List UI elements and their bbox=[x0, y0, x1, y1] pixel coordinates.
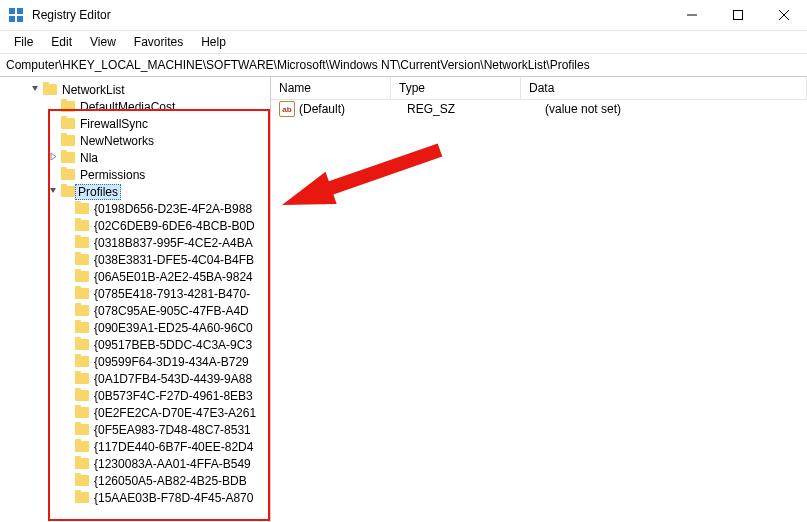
folder-icon bbox=[75, 356, 89, 367]
tree-item[interactable]: {15AAE03B-F78D-4F45-A870 bbox=[62, 489, 270, 506]
folder-icon bbox=[75, 492, 89, 503]
tree-item[interactable]: {09599F64-3D19-434A-B729 bbox=[62, 353, 270, 370]
col-header-type[interactable]: Type bbox=[391, 77, 521, 99]
maximize-button[interactable] bbox=[715, 0, 761, 30]
address-bar[interactable]: Computer\HKEY_LOCAL_MACHINE\SOFTWARE\Mic… bbox=[0, 54, 807, 77]
tree-item-label: NewNetworks bbox=[78, 134, 156, 148]
tree-pane[interactable]: NetworkListDefaultMediaCostFirewallSyncN… bbox=[0, 77, 271, 522]
tree-item-label: {0A1D7FB4-543D-4439-9A88 bbox=[92, 372, 254, 386]
tree-item[interactable]: {090E39A1-ED25-4A60-96C0 bbox=[62, 319, 270, 336]
tree-item[interactable]: {02C6DEB9-6DE6-4BCB-B0D bbox=[62, 217, 270, 234]
svg-rect-1 bbox=[17, 8, 23, 14]
folder-icon bbox=[75, 407, 89, 418]
folder-icon bbox=[75, 288, 89, 299]
folder-icon bbox=[61, 135, 75, 146]
app-icon bbox=[8, 7, 24, 23]
folder-icon bbox=[75, 220, 89, 231]
tree-item-label: {038E3831-DFE5-4C04-B4FB bbox=[92, 253, 256, 267]
tree-item[interactable]: {0785E418-7913-4281-B470- bbox=[62, 285, 270, 302]
tree-item-label: {0B573F4C-F27D-4961-8EB3 bbox=[92, 389, 255, 403]
tree-item-label: {0E2FE2CA-D70E-47E3-A261 bbox=[92, 406, 258, 420]
minimize-button[interactable] bbox=[669, 0, 715, 30]
list-pane[interactable]: Name Type Data ab(Default)REG_SZ(value n… bbox=[271, 77, 807, 522]
folder-icon bbox=[75, 458, 89, 469]
folder-icon bbox=[43, 84, 57, 95]
tree-item[interactable]: {117DE440-6B7F-40EE-82D4 bbox=[62, 438, 270, 455]
tree-item[interactable]: {09517BEB-5DDC-4C3A-9C3 bbox=[62, 336, 270, 353]
tree-item-label: {06A5E01B-A2E2-45BA-9824 bbox=[92, 270, 255, 284]
tree-item[interactable]: DefaultMediaCost bbox=[48, 98, 270, 115]
menu-edit[interactable]: Edit bbox=[43, 33, 80, 51]
address-path: Computer\HKEY_LOCAL_MACHINE\SOFTWARE\Mic… bbox=[6, 58, 590, 72]
folder-icon bbox=[75, 390, 89, 401]
menu-favorites[interactable]: Favorites bbox=[126, 33, 191, 51]
col-header-name[interactable]: Name bbox=[271, 77, 391, 99]
list-row[interactable]: ab(Default)REG_SZ(value not set) bbox=[271, 100, 807, 118]
menu-file[interactable]: File bbox=[6, 33, 41, 51]
tree-item[interactable]: NewNetworks bbox=[48, 132, 270, 149]
tree-item-label: {078C95AE-905C-47FB-A4D bbox=[92, 304, 251, 318]
window-title: Registry Editor bbox=[32, 8, 111, 22]
chevron-down-icon[interactable] bbox=[48, 186, 58, 197]
tree-item-label: {1230083A-AA01-4FFA-B549 bbox=[92, 457, 253, 471]
tree-item-label: Permissions bbox=[78, 168, 147, 182]
chevron-right-icon[interactable] bbox=[48, 152, 58, 163]
svg-rect-0 bbox=[9, 8, 15, 14]
folder-icon bbox=[75, 237, 89, 248]
tree-item[interactable]: Nla bbox=[48, 149, 270, 166]
tree-item-label: Profiles bbox=[75, 184, 121, 200]
folder-icon bbox=[75, 339, 89, 350]
col-header-data[interactable]: Data bbox=[521, 77, 807, 99]
folder-icon bbox=[61, 118, 75, 129]
menu-view[interactable]: View bbox=[82, 33, 124, 51]
tree-item-label: {0F5EA983-7D48-48C7-8531 bbox=[92, 423, 253, 437]
main-area: NetworkListDefaultMediaCostFirewallSyncN… bbox=[0, 77, 807, 522]
menu-help[interactable]: Help bbox=[193, 33, 234, 51]
tree-item[interactable]: {1230083A-AA01-4FFA-B549 bbox=[62, 455, 270, 472]
tree-item-label: {0785E418-7913-4281-B470- bbox=[92, 287, 252, 301]
tree-item[interactable]: {126050A5-AB82-4B25-BDB bbox=[62, 472, 270, 489]
tree-item-label: DefaultMediaCost bbox=[78, 100, 177, 114]
tree-item-label: FirewallSync bbox=[78, 117, 150, 131]
tree-item-label: {0198D656-D23E-4F2A-B988 bbox=[92, 202, 254, 216]
tree-item[interactable]: FirewallSync bbox=[48, 115, 270, 132]
tree-item-label: {15AAE03B-F78D-4F45-A870 bbox=[92, 491, 255, 505]
tree-item-label: NetworkList bbox=[60, 83, 127, 97]
value-name: (Default) bbox=[299, 102, 345, 116]
folder-icon bbox=[61, 101, 75, 112]
folder-icon bbox=[61, 169, 75, 180]
folder-icon bbox=[61, 152, 75, 163]
tree-item[interactable]: Permissions bbox=[48, 166, 270, 183]
list-header: Name Type Data bbox=[271, 77, 807, 100]
titlebar: Registry Editor bbox=[0, 0, 807, 31]
value-type: REG_SZ bbox=[399, 102, 537, 116]
folder-icon bbox=[75, 441, 89, 452]
tree-item[interactable]: {0E2FE2CA-D70E-47E3-A261 bbox=[62, 404, 270, 421]
tree-item-label: {02C6DEB9-6DE6-4BCB-B0D bbox=[92, 219, 257, 233]
string-value-icon: ab bbox=[279, 101, 295, 117]
menubar: File Edit View Favorites Help bbox=[0, 31, 807, 54]
tree-item[interactable]: {0B573F4C-F27D-4961-8EB3 bbox=[62, 387, 270, 404]
folder-icon bbox=[61, 186, 75, 197]
tree-item-label: {117DE440-6B7F-40EE-82D4 bbox=[92, 440, 255, 454]
svg-rect-5 bbox=[734, 11, 743, 20]
tree-item[interactable]: {0F5EA983-7D48-48C7-8531 bbox=[62, 421, 270, 438]
tree-item-label: {09517BEB-5DDC-4C3A-9C3 bbox=[92, 338, 254, 352]
folder-icon bbox=[75, 373, 89, 384]
svg-rect-2 bbox=[9, 16, 15, 22]
tree-item[interactable]: NetworkList bbox=[30, 81, 270, 98]
folder-icon bbox=[75, 305, 89, 316]
folder-icon bbox=[75, 203, 89, 214]
tree-item[interactable]: {0318B837-995F-4CE2-A4BA bbox=[62, 234, 270, 251]
tree-item[interactable]: {0198D656-D23E-4F2A-B988 bbox=[62, 200, 270, 217]
folder-icon bbox=[75, 322, 89, 333]
tree-item[interactable]: Profiles bbox=[48, 183, 270, 200]
tree-item[interactable]: {06A5E01B-A2E2-45BA-9824 bbox=[62, 268, 270, 285]
tree-item[interactable]: {0A1D7FB4-543D-4439-9A88 bbox=[62, 370, 270, 387]
tree-item[interactable]: {078C95AE-905C-47FB-A4D bbox=[62, 302, 270, 319]
tree-item[interactable]: {038E3831-DFE5-4C04-B4FB bbox=[62, 251, 270, 268]
window-controls bbox=[669, 0, 807, 30]
chevron-down-icon[interactable] bbox=[30, 84, 40, 95]
tree-item-label: Nla bbox=[78, 151, 100, 165]
close-button[interactable] bbox=[761, 0, 807, 30]
